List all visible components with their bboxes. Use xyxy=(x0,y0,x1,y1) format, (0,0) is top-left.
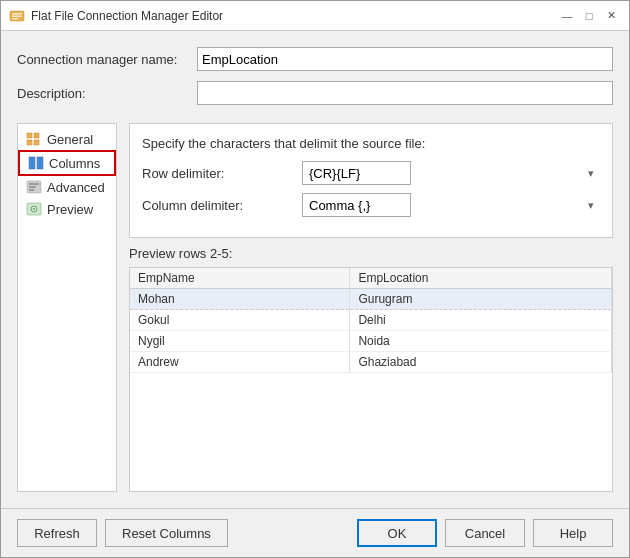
title-bar: Flat File Connection Manager Editor — □ … xyxy=(1,1,629,31)
columns-icon xyxy=(28,155,44,171)
app-icon xyxy=(9,8,25,24)
cell-empname: Andrew xyxy=(130,352,350,373)
column-delimiter-label: Column delimiter: xyxy=(142,198,302,213)
main-area: General Columns xyxy=(17,123,613,492)
footer: Refresh Reset Columns OK Cancel Help xyxy=(1,508,629,557)
main-window: Flat File Connection Manager Editor — □ … xyxy=(0,0,630,558)
column-delimiter-select[interactable]: Comma {,} Tab {t} Semicolon {;} Pipe {|}… xyxy=(302,193,411,217)
sidebar-advanced-label: Advanced xyxy=(47,180,105,195)
cell-empname: Gokul xyxy=(130,310,350,331)
title-text: Flat File Connection Manager Editor xyxy=(31,9,223,23)
table-row: Andrew Ghaziabad xyxy=(130,352,612,373)
sidebar-preview-label: Preview xyxy=(47,202,93,217)
preview-title: Preview rows 2-5: xyxy=(129,246,613,261)
svg-rect-3 xyxy=(12,18,18,20)
close-button[interactable]: ✕ xyxy=(601,6,621,26)
svg-rect-1 xyxy=(12,13,22,15)
preview-col-empname: EmpName xyxy=(130,268,350,289)
description-label: Description: xyxy=(17,86,197,101)
sidebar-item-advanced[interactable]: Advanced xyxy=(18,176,116,198)
cell-emplocation: Gurugram xyxy=(350,289,612,310)
column-delimiter-row: Column delimiter: Comma {,} Tab {t} Semi… xyxy=(142,193,600,217)
advanced-icon xyxy=(26,179,42,195)
delimiter-section: Specify the characters that delimit the … xyxy=(129,123,613,238)
preview-table-container: EmpName EmpLocation Mohan Gurugram xyxy=(129,267,613,492)
table-row: Gokul Delhi xyxy=(130,310,612,331)
svg-rect-4 xyxy=(27,133,32,138)
row-delimiter-wrapper: {CR}{LF} {CR} {LF} Semicolon {;} Comma {… xyxy=(302,161,600,185)
sidebar-columns-label: Columns xyxy=(49,156,100,171)
help-button[interactable]: Help xyxy=(533,519,613,547)
cancel-button[interactable]: Cancel xyxy=(445,519,525,547)
cell-emplocation: Ghaziabad xyxy=(350,352,612,373)
table-row: Mohan Gurugram xyxy=(130,289,612,310)
preview-section: Preview rows 2-5: EmpName EmpLocation xyxy=(129,246,613,492)
svg-point-18 xyxy=(33,208,35,210)
row-delimiter-row: Row delimiter: {CR}{LF} {CR} {LF} Semico… xyxy=(142,161,600,185)
footer-right: OK Cancel Help xyxy=(357,519,613,547)
sidebar-item-columns[interactable]: Columns xyxy=(18,150,116,176)
row-delimiter-label: Row delimiter: xyxy=(142,166,302,181)
reset-columns-button[interactable]: Reset Columns xyxy=(105,519,228,547)
sidebar-item-preview[interactable]: Preview xyxy=(18,198,116,220)
connection-name-label: Connection manager name: xyxy=(17,52,197,67)
row-delimiter-select[interactable]: {CR}{LF} {CR} {LF} Semicolon {;} Comma {… xyxy=(302,161,411,185)
sidebar: General Columns xyxy=(17,123,117,492)
general-icon xyxy=(26,131,42,147)
delimiter-section-title: Specify the characters that delimit the … xyxy=(142,136,600,151)
description-input[interactable] xyxy=(197,81,613,105)
cell-emplocation: Delhi xyxy=(350,310,612,331)
footer-left: Refresh Reset Columns xyxy=(17,519,228,547)
title-bar-left: Flat File Connection Manager Editor xyxy=(9,8,223,24)
maximize-button[interactable]: □ xyxy=(579,6,599,26)
sidebar-item-general[interactable]: General xyxy=(18,128,116,150)
connection-name-input[interactable] xyxy=(197,47,613,71)
preview-header-row: EmpName EmpLocation xyxy=(130,268,612,289)
svg-rect-7 xyxy=(34,140,39,145)
content-area: Connection manager name: Description: xyxy=(1,31,629,508)
ok-button[interactable]: OK xyxy=(357,519,437,547)
preview-col-emplocation: EmpLocation xyxy=(350,268,612,289)
svg-rect-6 xyxy=(34,133,39,138)
cell-empname: Nygil xyxy=(130,331,350,352)
refresh-button[interactable]: Refresh xyxy=(17,519,97,547)
cell-empname: Mohan xyxy=(130,289,350,310)
svg-rect-5 xyxy=(27,140,32,145)
table-row: Nygil Noida xyxy=(130,331,612,352)
column-delimiter-wrapper: Comma {,} Tab {t} Semicolon {;} Pipe {|}… xyxy=(302,193,600,217)
preview-icon xyxy=(26,201,42,217)
title-controls: — □ ✕ xyxy=(557,6,621,26)
description-row: Description: xyxy=(17,81,613,105)
preview-table: EmpName EmpLocation Mohan Gurugram xyxy=(130,268,612,373)
sidebar-general-label: General xyxy=(47,132,93,147)
connection-name-row: Connection manager name: xyxy=(17,47,613,71)
minimize-button[interactable]: — xyxy=(557,6,577,26)
right-panel: Specify the characters that delimit the … xyxy=(129,123,613,492)
cell-emplocation: Noida xyxy=(350,331,612,352)
svg-rect-2 xyxy=(12,15,22,17)
